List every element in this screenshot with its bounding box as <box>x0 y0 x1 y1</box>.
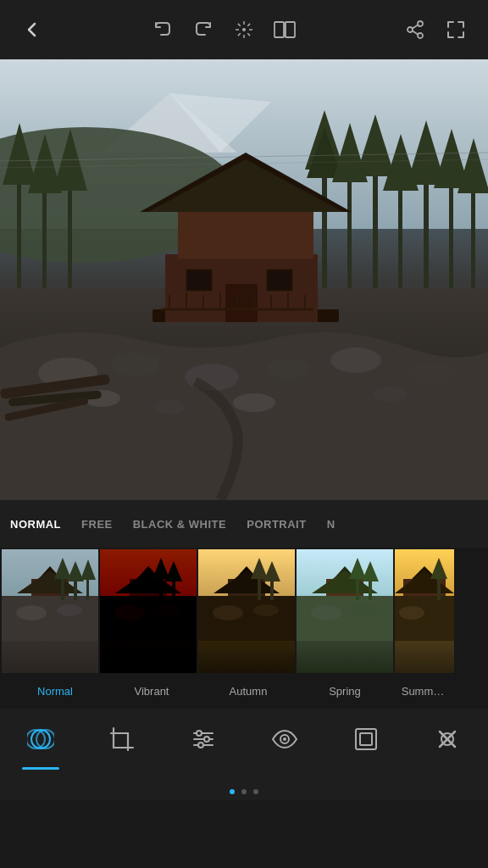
adjust-icon <box>185 721 222 758</box>
filter-tab-normal[interactable]: NORMAL <box>10 515 61 534</box>
edit-actions <box>146 13 302 47</box>
filter-label-vibrant[interactable]: Vibrant <box>103 682 200 701</box>
svg-point-53 <box>233 393 275 412</box>
svg-point-130 <box>31 730 50 748</box>
svg-line-5 <box>247 33 250 36</box>
tool-crop[interactable] <box>103 721 141 758</box>
filter-thumbnails <box>0 548 488 673</box>
frame-icon <box>347 721 385 758</box>
filter-tab-portrait[interactable]: PORTRAIT <box>247 515 306 534</box>
svg-rect-141 <box>356 729 376 749</box>
tool-frame[interactable] <box>347 721 385 758</box>
active-indicator <box>22 767 59 770</box>
svg-point-88 <box>57 604 82 616</box>
svg-point-12 <box>418 21 423 26</box>
filter-thumb-autumn[interactable] <box>198 549 295 673</box>
filter-label-row: Normal Vibrant Autumn Spring Summ… <box>0 673 488 709</box>
svg-point-50 <box>408 362 456 384</box>
dot-1 <box>230 789 235 794</box>
svg-rect-77 <box>2 596 98 641</box>
undo-button[interactable] <box>146 13 180 47</box>
svg-point-48 <box>267 359 309 379</box>
filter-label-autumn[interactable]: Autumn <box>200 682 297 701</box>
filter-categories: NORMAL FREE BLACK & WHITE PORTRAIT N <box>0 500 488 548</box>
svg-rect-57 <box>186 270 212 291</box>
photo-area <box>0 59 488 500</box>
dot-2 <box>241 789 247 794</box>
svg-line-7 <box>238 33 241 36</box>
svg-rect-112 <box>297 596 393 641</box>
svg-rect-59 <box>225 284 258 322</box>
tool-adjust[interactable] <box>185 721 222 758</box>
redo-button[interactable] <box>186 13 220 47</box>
compare-button[interactable] <box>268 13 302 47</box>
filter-thumb-spring[interactable] <box>297 549 393 673</box>
svg-point-98 <box>114 605 145 620</box>
svg-line-15 <box>413 25 419 28</box>
svg-point-99 <box>155 604 180 616</box>
filter-tab-free[interactable]: FREE <box>81 515 113 534</box>
svg-rect-90 <box>100 596 197 641</box>
dots-row <box>0 783 488 800</box>
filter-thumb-summer[interactable] <box>395 549 454 673</box>
svg-point-138 <box>198 743 203 748</box>
svg-point-54 <box>373 387 407 402</box>
svg-rect-123 <box>395 596 454 641</box>
fullscreen-button[interactable] <box>439 13 473 47</box>
svg-point-87 <box>16 605 47 620</box>
filter-label-summer[interactable]: Summ… <box>393 682 452 701</box>
svg-point-14 <box>418 33 423 38</box>
svg-point-140 <box>283 737 286 741</box>
svg-point-129 <box>399 606 424 620</box>
top-toolbar <box>0 0 488 59</box>
svg-rect-101 <box>198 596 295 641</box>
svg-line-16 <box>413 31 419 34</box>
magic-button[interactable] <box>227 13 261 47</box>
filter-tab-bw[interactable]: BLACK & WHITE <box>133 515 227 534</box>
svg-point-137 <box>204 737 209 742</box>
share-button[interactable] <box>398 13 432 47</box>
share-fullscreen-group <box>398 13 473 47</box>
tool-filters[interactable] <box>22 721 59 758</box>
photo-svg <box>0 59 488 500</box>
svg-rect-60 <box>178 208 313 259</box>
crop-icon <box>103 721 141 758</box>
back-button[interactable] <box>15 13 49 47</box>
details-icon <box>266 721 303 758</box>
dot-3 <box>253 789 258 794</box>
filter-label-spring[interactable]: Spring <box>297 682 393 701</box>
svg-point-13 <box>408 27 413 32</box>
filter-tab-more[interactable]: N <box>327 515 336 534</box>
svg-point-110 <box>253 604 279 616</box>
svg-line-6 <box>247 24 250 26</box>
svg-rect-58 <box>267 270 292 291</box>
svg-point-46 <box>112 353 159 376</box>
tool-heal[interactable] <box>429 721 466 758</box>
heal-icon <box>429 721 466 758</box>
filter-thumb-vibrant[interactable] <box>100 549 197 673</box>
svg-point-49 <box>330 348 381 373</box>
svg-rect-142 <box>360 733 372 745</box>
svg-point-121 <box>352 604 377 616</box>
svg-rect-10 <box>286 22 295 37</box>
filter-thumb-normal[interactable] <box>2 549 98 673</box>
photo-canvas <box>0 59 488 500</box>
svg-point-8 <box>242 28 246 31</box>
svg-point-52 <box>154 399 185 415</box>
filters-icon <box>22 721 59 758</box>
bottom-toolbar <box>0 709 488 783</box>
svg-rect-9 <box>274 22 284 37</box>
svg-point-136 <box>197 731 202 736</box>
svg-line-4 <box>238 24 241 26</box>
svg-point-120 <box>311 605 341 620</box>
svg-point-109 <box>213 605 243 620</box>
tool-details[interactable] <box>266 721 303 758</box>
filter-label-normal[interactable]: Normal <box>7 682 103 701</box>
